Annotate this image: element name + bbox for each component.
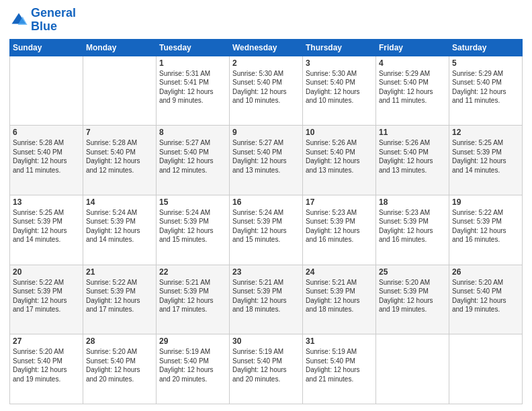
day-number: 10 xyxy=(306,128,373,137)
day-info: Sunrise: 5:29 AM Sunset: 5:40 PM Dayligh… xyxy=(452,69,519,105)
week-row-0: 1Sunrise: 5:31 AM Sunset: 5:41 PM Daylig… xyxy=(10,56,523,126)
day-number: 2 xyxy=(232,58,300,68)
day-number: 13 xyxy=(13,197,80,207)
calendar-cell: 18Sunrise: 5:23 AM Sunset: 5:39 PM Dayli… xyxy=(376,195,449,265)
page: General Blue SundayMondayTuesdayWednesda… xyxy=(0,0,532,411)
week-row-4: 27Sunrise: 5:20 AM Sunset: 5:40 PM Dayli… xyxy=(10,334,523,404)
day-info: Sunrise: 5:24 AM Sunset: 5:39 PM Dayligh… xyxy=(159,208,226,244)
weekday-header-friday: Friday xyxy=(376,39,449,56)
week-row-3: 20Sunrise: 5:22 AM Sunset: 5:39 PM Dayli… xyxy=(10,265,523,334)
day-number: 20 xyxy=(13,267,80,277)
weekday-header-row: SundayMondayTuesdayWednesdayThursdayFrid… xyxy=(10,39,523,56)
calendar-cell: 30Sunrise: 5:19 AM Sunset: 5:40 PM Dayli… xyxy=(230,334,303,404)
day-number: 14 xyxy=(86,197,153,207)
calendar-cell: 10Sunrise: 5:26 AM Sunset: 5:40 PM Dayli… xyxy=(303,126,376,195)
calendar-cell: 27Sunrise: 5:20 AM Sunset: 5:40 PM Dayli… xyxy=(10,334,83,404)
day-number: 30 xyxy=(232,336,300,346)
day-number: 1 xyxy=(159,58,226,68)
day-number: 7 xyxy=(86,128,153,137)
logo: General Blue xyxy=(9,7,76,34)
calendar-cell: 14Sunrise: 5:24 AM Sunset: 5:39 PM Dayli… xyxy=(83,195,157,265)
logo-text: General Blue xyxy=(31,7,76,34)
day-info: Sunrise: 5:28 AM Sunset: 5:40 PM Dayligh… xyxy=(13,138,80,175)
day-info: Sunrise: 5:26 AM Sunset: 5:40 PM Dayligh… xyxy=(379,138,446,175)
day-info: Sunrise: 5:19 AM Sunset: 5:40 PM Dayligh… xyxy=(306,347,373,383)
calendar-cell: 15Sunrise: 5:24 AM Sunset: 5:39 PM Dayli… xyxy=(157,195,230,265)
weekday-header-sunday: Sunday xyxy=(10,39,83,56)
day-number: 23 xyxy=(232,267,300,277)
day-number: 11 xyxy=(379,128,446,137)
calendar-cell: 7Sunrise: 5:28 AM Sunset: 5:40 PM Daylig… xyxy=(83,126,157,195)
day-number: 6 xyxy=(13,128,80,137)
calendar-cell: 20Sunrise: 5:22 AM Sunset: 5:39 PM Dayli… xyxy=(10,265,83,334)
day-info: Sunrise: 5:31 AM Sunset: 5:41 PM Dayligh… xyxy=(159,69,226,105)
calendar-cell: 16Sunrise: 5:24 AM Sunset: 5:39 PM Dayli… xyxy=(230,195,303,265)
day-info: Sunrise: 5:21 AM Sunset: 5:39 PM Dayligh… xyxy=(232,278,300,314)
day-info: Sunrise: 5:22 AM Sunset: 5:39 PM Dayligh… xyxy=(13,278,80,314)
calendar-cell: 12Sunrise: 5:25 AM Sunset: 5:39 PM Dayli… xyxy=(449,126,523,195)
calendar-cell: 3Sunrise: 5:30 AM Sunset: 5:40 PM Daylig… xyxy=(303,56,376,126)
day-number: 8 xyxy=(159,128,226,137)
calendar-cell: 28Sunrise: 5:20 AM Sunset: 5:40 PM Dayli… xyxy=(83,334,157,404)
day-number: 21 xyxy=(86,267,153,277)
day-info: Sunrise: 5:22 AM Sunset: 5:39 PM Dayligh… xyxy=(86,278,153,314)
calendar-cell: 29Sunrise: 5:19 AM Sunset: 5:40 PM Dayli… xyxy=(157,334,230,404)
day-number: 22 xyxy=(159,267,226,277)
calendar-cell: 9Sunrise: 5:27 AM Sunset: 5:40 PM Daylig… xyxy=(230,126,303,195)
week-row-1: 6Sunrise: 5:28 AM Sunset: 5:40 PM Daylig… xyxy=(10,126,523,195)
day-info: Sunrise: 5:20 AM Sunset: 5:39 PM Dayligh… xyxy=(379,278,446,314)
day-number: 24 xyxy=(306,267,373,277)
header: General Blue xyxy=(9,7,523,34)
day-info: Sunrise: 5:23 AM Sunset: 5:39 PM Dayligh… xyxy=(306,208,373,244)
weekday-header-wednesday: Wednesday xyxy=(230,39,303,56)
day-info: Sunrise: 5:23 AM Sunset: 5:39 PM Dayligh… xyxy=(379,208,446,244)
day-info: Sunrise: 5:20 AM Sunset: 5:40 PM Dayligh… xyxy=(13,347,80,383)
day-info: Sunrise: 5:21 AM Sunset: 5:39 PM Dayligh… xyxy=(159,278,226,314)
weekday-header-thursday: Thursday xyxy=(303,39,376,56)
day-info: Sunrise: 5:28 AM Sunset: 5:40 PM Dayligh… xyxy=(86,138,153,175)
calendar-cell xyxy=(10,56,83,126)
calendar-cell: 6Sunrise: 5:28 AM Sunset: 5:40 PM Daylig… xyxy=(10,126,83,195)
calendar-cell: 8Sunrise: 5:27 AM Sunset: 5:40 PM Daylig… xyxy=(157,126,230,195)
weekday-header-saturday: Saturday xyxy=(449,39,523,56)
calendar-cell: 13Sunrise: 5:25 AM Sunset: 5:39 PM Dayli… xyxy=(10,195,83,265)
day-info: Sunrise: 5:24 AM Sunset: 5:39 PM Dayligh… xyxy=(232,208,300,244)
calendar-cell: 21Sunrise: 5:22 AM Sunset: 5:39 PM Dayli… xyxy=(83,265,157,334)
calendar-cell: 2Sunrise: 5:30 AM Sunset: 5:40 PM Daylig… xyxy=(230,56,303,126)
calendar-cell: 24Sunrise: 5:21 AM Sunset: 5:39 PM Dayli… xyxy=(303,265,376,334)
day-info: Sunrise: 5:25 AM Sunset: 5:39 PM Dayligh… xyxy=(13,208,80,244)
calendar-cell: 17Sunrise: 5:23 AM Sunset: 5:39 PM Dayli… xyxy=(303,195,376,265)
day-number: 15 xyxy=(159,197,226,207)
day-number: 28 xyxy=(86,336,153,346)
weekday-header-tuesday: Tuesday xyxy=(157,39,230,56)
calendar-cell: 26Sunrise: 5:20 AM Sunset: 5:40 PM Dayli… xyxy=(449,265,523,334)
day-number: 19 xyxy=(452,197,519,207)
day-info: Sunrise: 5:27 AM Sunset: 5:40 PM Dayligh… xyxy=(232,138,300,175)
day-number: 5 xyxy=(452,58,519,68)
day-number: 29 xyxy=(159,336,226,346)
calendar-table: SundayMondayTuesdayWednesdayThursdayFrid… xyxy=(9,39,523,404)
calendar-cell: 11Sunrise: 5:26 AM Sunset: 5:40 PM Dayli… xyxy=(376,126,449,195)
day-number: 9 xyxy=(232,128,300,137)
calendar-cell: 25Sunrise: 5:20 AM Sunset: 5:39 PM Dayli… xyxy=(376,265,449,334)
day-number: 27 xyxy=(13,336,80,346)
day-number: 18 xyxy=(379,197,446,207)
logo-icon xyxy=(9,11,28,30)
day-info: Sunrise: 5:20 AM Sunset: 5:40 PM Dayligh… xyxy=(452,278,519,314)
day-info: Sunrise: 5:19 AM Sunset: 5:40 PM Dayligh… xyxy=(159,347,226,383)
day-info: Sunrise: 5:26 AM Sunset: 5:40 PM Dayligh… xyxy=(306,138,373,175)
day-info: Sunrise: 5:30 AM Sunset: 5:40 PM Dayligh… xyxy=(232,69,300,105)
calendar-cell: 19Sunrise: 5:22 AM Sunset: 5:39 PM Dayli… xyxy=(449,195,523,265)
day-number: 31 xyxy=(306,336,373,346)
day-info: Sunrise: 5:21 AM Sunset: 5:39 PM Dayligh… xyxy=(306,278,373,314)
day-info: Sunrise: 5:30 AM Sunset: 5:40 PM Dayligh… xyxy=(306,69,373,105)
day-info: Sunrise: 5:24 AM Sunset: 5:39 PM Dayligh… xyxy=(86,208,153,244)
day-info: Sunrise: 5:19 AM Sunset: 5:40 PM Dayligh… xyxy=(232,347,300,383)
day-info: Sunrise: 5:20 AM Sunset: 5:40 PM Dayligh… xyxy=(86,347,153,383)
calendar-cell: 1Sunrise: 5:31 AM Sunset: 5:41 PM Daylig… xyxy=(157,56,230,126)
day-info: Sunrise: 5:25 AM Sunset: 5:39 PM Dayligh… xyxy=(452,138,519,175)
day-number: 16 xyxy=(232,197,300,207)
day-info: Sunrise: 5:22 AM Sunset: 5:39 PM Dayligh… xyxy=(452,208,519,244)
calendar-cell: 5Sunrise: 5:29 AM Sunset: 5:40 PM Daylig… xyxy=(449,56,523,126)
calendar-cell: 23Sunrise: 5:21 AM Sunset: 5:39 PM Dayli… xyxy=(230,265,303,334)
